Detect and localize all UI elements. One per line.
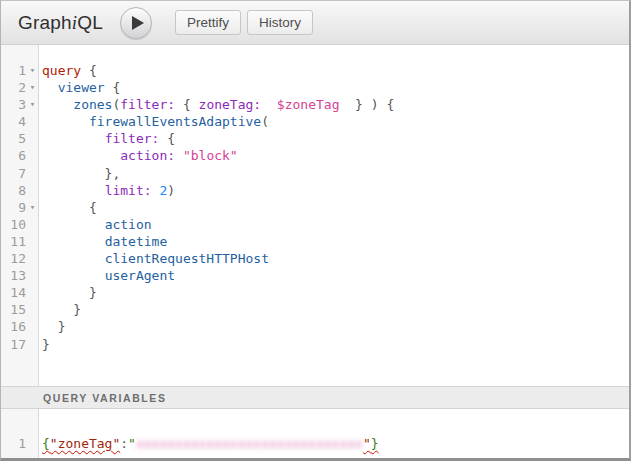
code-line[interactable]: 3▾ zones(filter: { zoneTag: $zoneTag } )… (1, 96, 629, 113)
line-number: 11 (1, 233, 26, 250)
gutter-cell: 11 (1, 233, 39, 250)
line-number: 6 (1, 147, 26, 164)
gutter-cell: 12 (1, 250, 39, 267)
code-text: action: "block" (39, 147, 238, 164)
gutter-cell: 17 (1, 336, 39, 353)
line-number: 14 (1, 284, 26, 301)
code-text: filter: { (39, 130, 175, 147)
code-text: } (39, 318, 65, 335)
code-line[interactable]: 17} (1, 336, 629, 353)
fold-arrow-icon[interactable]: ▾ (26, 199, 39, 216)
fold-gutter-spacer (26, 147, 39, 164)
code-line[interactable]: 1▾query { (1, 62, 629, 79)
line-number: 1 (1, 435, 26, 452)
line-number: 2 (1, 79, 26, 96)
code-text: {"zoneTag":"xxxxxxxxxxxxxxxxxxxxxxxxxxxx… (39, 435, 379, 452)
code-line[interactable]: 8 limit: 2) (1, 182, 629, 199)
code-text: action (39, 216, 152, 233)
code-text: userAgent (39, 267, 175, 284)
code-line[interactable]: 15 } (1, 301, 629, 318)
code-line[interactable]: 13 userAgent (1, 267, 629, 284)
code-text: limit: 2) (39, 182, 175, 199)
line-number: 1 (1, 62, 26, 79)
toolbar: GraphiQL Prettify History (1, 1, 629, 45)
code-text: datetime (39, 233, 167, 250)
gutter-cell: 15 (1, 301, 39, 318)
gutter-cell: 4 (1, 113, 39, 130)
gutter-cell: 13 (1, 267, 39, 284)
fold-gutter-spacer (26, 165, 39, 182)
line-number: 15 (1, 301, 26, 318)
gutter-cell: 1▾ (1, 62, 39, 79)
query-editor[interactable]: 1▾query {2▾ viewer {3▾ zones(filter: { z… (1, 45, 629, 386)
gutter-cell: 14 (1, 284, 39, 301)
code-line[interactable]: 16 } (1, 318, 629, 335)
code-line[interactable]: 5 filter: { (1, 130, 629, 147)
gutter-cell: 2▾ (1, 79, 39, 96)
line-number: 17 (1, 336, 26, 353)
code-line[interactable]: 1{"zoneTag":"xxxxxxxxxxxxxxxxxxxxxxxxxxx… (1, 435, 629, 452)
fold-gutter-spacer (26, 284, 39, 301)
code-line[interactable]: 7 }, (1, 165, 629, 182)
fold-arrow-icon[interactable]: ▾ (26, 79, 39, 96)
line-number: 7 (1, 165, 26, 182)
gutter-cell: 3▾ (1, 96, 39, 113)
fold-gutter-spacer (26, 250, 39, 267)
code-line[interactable]: 9▾ { (1, 199, 629, 216)
gutter-cell: 6 (1, 147, 39, 164)
fold-gutter-spacer (26, 435, 39, 452)
code-text: } (39, 336, 50, 353)
fold-gutter-spacer (26, 216, 39, 233)
code-text: } (39, 284, 97, 301)
code-line[interactable]: 11 datetime (1, 233, 629, 250)
line-number: 16 (1, 318, 26, 335)
variables-title-bar[interactable]: Query Variables (1, 386, 629, 409)
gutter-cell: 16 (1, 318, 39, 335)
fold-gutter-spacer (26, 301, 39, 318)
line-number: 10 (1, 216, 26, 233)
logo-text-post: QL (77, 12, 103, 33)
gutter-cell: 9▾ (1, 199, 39, 216)
code-text: clientRequestHTTPHost (39, 250, 269, 267)
history-button[interactable]: History (247, 10, 313, 35)
code-text: viewer { (39, 79, 120, 96)
fold-gutter-spacer (26, 267, 39, 284)
code-line[interactable]: 6 action: "block" (1, 147, 629, 164)
fold-arrow-icon[interactable]: ▾ (26, 96, 39, 113)
execute-query-button[interactable] (120, 7, 152, 39)
prettify-button[interactable]: Prettify (175, 10, 241, 35)
gutter-cell: 10 (1, 216, 39, 233)
fold-gutter-spacer (26, 336, 39, 353)
line-number: 5 (1, 130, 26, 147)
line-number: 4 (1, 113, 26, 130)
line-number: 12 (1, 250, 26, 267)
logo-text-pre: Graph (18, 12, 72, 33)
code-line[interactable]: 14 } (1, 284, 629, 301)
redacted-zone-tag-value: xxxxxxxxxxxxxxxxxxxxxxxxxxxxx (136, 436, 363, 451)
code-text: query { (39, 62, 97, 79)
gutter-cell: 8 (1, 182, 39, 199)
fold-gutter-spacer (26, 113, 39, 130)
variables-title: Query Variables (1, 392, 167, 404)
line-number: 9 (1, 199, 26, 216)
gutter-cell: 7 (1, 165, 39, 182)
graphiql-logo: GraphiQL (18, 12, 103, 34)
code-line[interactable]: 10 action (1, 216, 629, 233)
code-text: firewallEventsAdaptive( (39, 113, 269, 130)
graphiql-window: GraphiQL Prettify History 1▾query {2▾ vi… (0, 0, 631, 461)
query-variables-editor[interactable]: 1{"zoneTag":"xxxxxxxxxxxxxxxxxxxxxxxxxxx… (1, 409, 629, 458)
code-text: zones(filter: { zoneTag: $zoneTag } ) { (39, 96, 394, 113)
fold-gutter-spacer (26, 130, 39, 147)
code-text: { (39, 199, 97, 216)
code-text: }, (39, 165, 120, 182)
fold-arrow-icon[interactable]: ▾ (26, 62, 39, 79)
code-line[interactable]: 4 firewallEventsAdaptive( (1, 113, 629, 130)
code-text: } (39, 301, 81, 318)
code-line[interactable]: 12 clientRequestHTTPHost (1, 250, 629, 267)
line-number: 13 (1, 267, 26, 284)
gutter-cell: 1 (1, 435, 39, 452)
gutter-cell: 5 (1, 130, 39, 147)
line-number: 3 (1, 96, 26, 113)
fold-gutter-spacer (26, 318, 39, 335)
code-line[interactable]: 2▾ viewer { (1, 79, 629, 96)
